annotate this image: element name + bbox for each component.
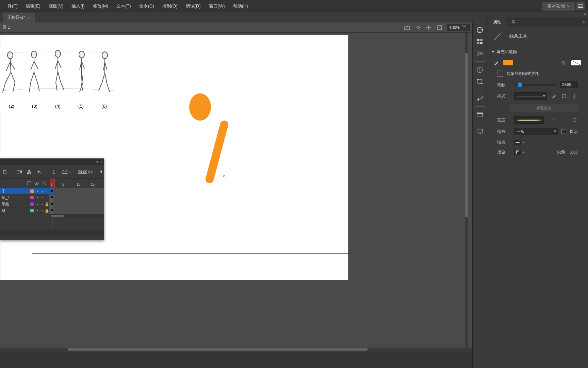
camera-icon[interactable] [17,168,22,175]
cap-select[interactable] [514,140,524,145]
fill-none-swatch[interactable] [570,60,581,66]
layer-row[interactable]: 层_4 •• [0,195,49,201]
panel-menu-icon[interactable]: ▾ [96,160,98,164]
anchor-point-icon[interactable] [223,175,225,177]
workspace-switcher[interactable]: 基本功能 [542,2,575,11]
keyframe-icon[interactable] [51,209,53,211]
panel-close-icon[interactable]: × [100,160,102,164]
menu-text[interactable]: 文本(T) [112,2,135,11]
hinting-label: 提示 [570,129,578,135]
scene-crumb[interactable]: 景 1 [3,25,10,30]
layer-row[interactable]: 材 •• 🔒 [0,208,49,214]
stroke-width-slider[interactable] [514,84,557,86]
transform-panel-icon[interactable] [475,77,485,86]
align-panel-icon[interactable] [475,48,485,58]
walk-label-3: (3) [32,104,37,109]
layer-visible-dot[interactable]: • [35,189,40,193]
main-menu-bar: 件(F) 编辑(E) 视图(V) 插入(I) 修改(M) 文本(T) 命令(C)… [0,0,588,12]
panel-menu-icon[interactable]: ≡ [579,18,588,27]
color-panel-icon[interactable] [475,25,485,35]
monitor-icon[interactable] [475,127,485,136]
menu-debug[interactable]: 调试(D) [182,2,205,11]
menu-control[interactable]: 控制(O) [158,2,182,11]
trash-icon[interactable] [2,168,7,175]
hinting-checkbox[interactable] [561,129,566,134]
stroke-width-label: 笔触: [497,82,511,88]
brush-library-icon[interactable] [475,93,485,103]
body-shape[interactable] [205,120,229,184]
clip-edges-icon[interactable] [436,24,443,31]
tab-library[interactable]: 库 [507,17,520,27]
svg-line-20 [34,72,37,82]
tab-properties[interactable]: 属性 [488,17,506,27]
menu-file[interactable]: 件(F) [3,2,22,11]
keyframe-icon[interactable] [51,203,53,205]
scale-select[interactable]: 一般 [514,128,558,135]
layer-outline-dot[interactable]: • [40,189,45,193]
section-fill-stroke[interactable]: 填充和笔触 [487,46,588,58]
svg-line-26 [56,72,58,82]
menu-edit[interactable]: 编辑(E) [22,2,45,11]
width-profile-select[interactable] [514,116,544,124]
vertical-scrollbar[interactable] [465,33,468,348]
stroke-color-swatch[interactable] [503,60,513,66]
zoom-select[interactable]: 100% [447,24,470,31]
swatches-icon[interactable] [475,37,485,46]
insert-frame-icon[interactable] [36,168,42,175]
svg-rect-59 [28,182,31,185]
ruler-tick: 5 [62,183,64,186]
menu-modify[interactable]: 修改(M) [89,2,113,11]
menu-help[interactable]: 帮助(H) [229,2,252,11]
manage-brush-button[interactable]: 管理画笔 [509,104,578,112]
horizontal-scrollbar[interactable] [0,348,472,352]
timeline-frames[interactable]: 1 5 10 15 [49,179,104,230]
stage-canvas[interactable]: (2) (3) (4) (5) (6) [0,35,349,280]
menu-window[interactable]: 窗口(W) [205,2,229,11]
svg-point-32 [79,51,84,58]
svg-line-18 [31,72,34,82]
close-tab-icon[interactable]: × [28,15,30,20]
highlight-layer-icon[interactable] [27,181,32,186]
miter-value[interactable]: 3.00 [570,150,578,155]
svg-line-43 [107,83,110,92]
brush-history-icon[interactable] [561,93,568,99]
lock-closed-icon[interactable]: 🔒 [45,202,49,206]
svg-rect-1 [578,4,583,5]
lock-icon[interactable] [42,181,47,186]
paint-bucket-icon[interactable] [414,24,422,31]
object-draw-icon[interactable] [497,71,503,77]
menu-command[interactable]: 命令(C) [135,2,158,11]
lock-closed-icon[interactable]: 🔒 [45,209,49,213]
info-panel-icon[interactable]: i [475,65,485,75]
register-point-icon[interactable] [425,24,432,31]
stroke-style-select[interactable] [514,92,547,100]
head-shape[interactable] [189,93,211,121]
remove-width-icon[interactable]: − [561,117,568,123]
menu-insert[interactable]: 插入(I) [67,2,88,11]
collapse-left-icon[interactable] [99,168,103,175]
layer-row[interactable]: 平线 •• 🔒 [0,201,49,208]
dock-icon-strip: i [472,22,487,368]
frame-picker-icon[interactable] [475,110,485,120]
layer-parent-icon[interactable] [27,168,32,175]
keyframe-icon[interactable] [51,190,53,192]
reset-width-icon[interactable] [571,117,578,123]
brush-spray-icon[interactable] [571,93,578,99]
expand-panels-icon[interactable]: » [584,12,586,16]
svg-line-44 [102,73,105,82]
add-width-icon[interactable]: + [551,117,557,123]
timeline-scrollbar[interactable] [49,214,104,218]
join-select[interactable] [514,150,524,155]
clapper-icon[interactable] [403,24,411,31]
stroke-width-input[interactable]: 24.85 [560,81,578,88]
keyframe-icon[interactable] [51,196,53,198]
playhead[interactable] [50,179,55,188]
layer-row[interactable]: 干 • • [0,188,49,195]
svg-text:i: i [479,68,480,72]
document-tab[interactable]: 无标题-1* × [3,13,35,22]
visibility-icon[interactable] [34,181,39,186]
menu-view[interactable]: 视图(V) [45,2,67,11]
sync-icon[interactable] [576,2,585,10]
ground-line[interactable] [32,253,348,254]
edit-style-icon[interactable] [551,93,557,99]
